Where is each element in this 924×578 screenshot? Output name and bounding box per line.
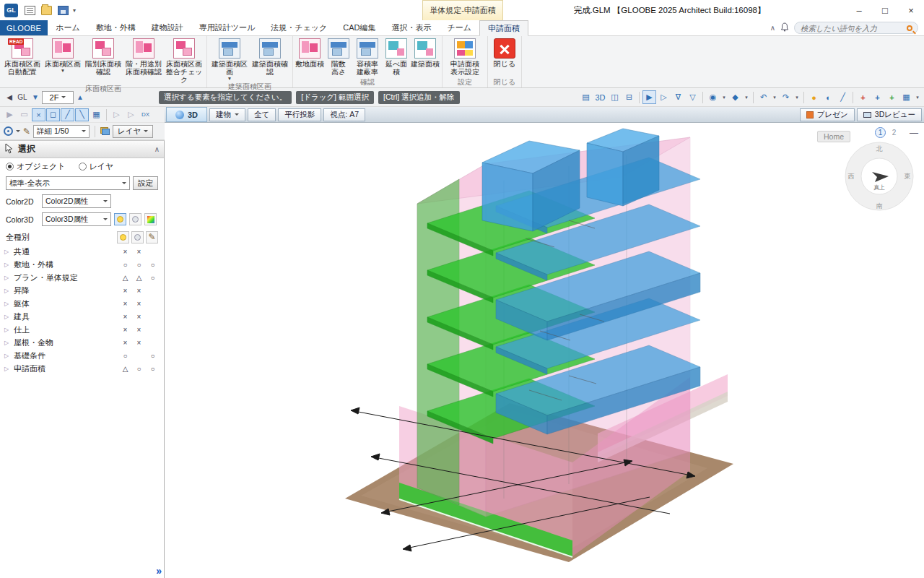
tree-expander-icon[interactable]: ▷ [4, 340, 14, 346]
tree-mark[interactable]: ○ [118, 261, 132, 269]
light-on-toggle[interactable] [114, 213, 126, 225]
tab-home[interactable]: ホーム [48, 20, 88, 35]
settings-button[interactable]: 設定 [133, 176, 158, 190]
light-off-toggle[interactable] [129, 213, 141, 225]
all-hidden-toggle[interactable] [131, 231, 144, 243]
maximize-button[interactable]: □ [872, 0, 898, 20]
tab-regulation-check[interactable]: 法規・チェック [263, 20, 335, 35]
quick-access-caret-icon[interactable]: ▾ [73, 7, 76, 14]
tree-item-frame[interactable]: ▷ 躯体 × × [0, 297, 164, 310]
select-mode-icon[interactable]: ▷ [657, 90, 671, 104]
tree-mark[interactable]: △ [132, 274, 146, 282]
tree-mark[interactable]: × [118, 248, 132, 256]
sheet-list-icon[interactable]: ▤ [579, 90, 593, 104]
viewpoint-button[interactable]: 視点: A7 [323, 108, 365, 121]
tree-expander-icon[interactable]: ▷ [4, 366, 14, 372]
floor-area-auto-place-button[interactable]: READ 床面積区画 自動配置 [2, 37, 43, 76]
select-arrow-icon[interactable]: ▶ [3, 108, 17, 121]
save-icon[interactable] [58, 6, 69, 15]
tab-building-design[interactable]: 建物設計 [144, 20, 191, 35]
move-y-icon[interactable]: + [871, 90, 884, 104]
tree-mark[interactable]: × [118, 326, 132, 334]
view-3d-icon[interactable]: 3D [593, 90, 607, 104]
line-thick-icon[interactable]: ╲ [75, 108, 89, 121]
line-thin-icon[interactable]: ╱ [61, 108, 74, 121]
tree-expander-icon[interactable]: ▷ [4, 288, 14, 294]
move-x-icon[interactable]: + [856, 90, 870, 104]
close-ribbon-mode-button[interactable]: 閉じる [490, 37, 519, 68]
tree-mark[interactable]: × [118, 287, 132, 295]
tab-team[interactable]: チーム [440, 20, 480, 35]
far-bcr-button[interactable]: 容積率 建蔽率 [353, 37, 382, 76]
tree-mark[interactable]: × [118, 339, 132, 347]
tree-mark[interactable]: × [132, 287, 146, 295]
total-floor-area-button[interactable]: 延べ面積 [382, 37, 411, 76]
tree-mark[interactable]: ○ [132, 365, 146, 373]
floor-area-by-story-button[interactable]: 階別床面積 確認 [83, 37, 123, 76]
drawing-mode-caret-icon[interactable] [16, 130, 20, 134]
layer-radio[interactable] [79, 163, 87, 171]
tree-expander-icon[interactable]: ▷ [4, 301, 14, 307]
building-area-button[interactable]: 建築面積 [411, 37, 440, 68]
all-visible-toggle[interactable] [117, 231, 129, 243]
tab-cad-edit[interactable]: CAD編集 [335, 20, 383, 35]
tree-item-roof[interactable]: ▷ 屋根・金物 × × [0, 336, 164, 349]
color2d-select[interactable]: Color2D属性 [42, 194, 111, 208]
floor-area-zone-button[interactable]: 床面積区画 ▼ [43, 37, 83, 74]
presentation-button[interactable]: プレゼン [800, 108, 855, 121]
minimize-button[interactable]: – [846, 0, 872, 20]
tree-item-plan[interactable]: ▷ プラン・単体規定 △ △ ○ [0, 271, 164, 284]
cross-select-icon[interactable]: × [32, 108, 45, 121]
tab-select-display[interactable]: 選択・表示 [384, 20, 440, 35]
projection-button[interactable]: 平行投影 [278, 108, 321, 121]
display-filter-select[interactable]: 標準-全表示 [6, 176, 130, 190]
view-compass[interactable]: 北 西 東 南 真上 [843, 140, 915, 212]
zoom-box-icon[interactable]: ◻ [46, 108, 60, 121]
tree-mark[interactable]: × [132, 326, 146, 334]
close-button[interactable]: × [898, 0, 924, 20]
review-3d-button[interactable]: 3Dレビュー [857, 108, 922, 121]
notification-bell-icon[interactable] [780, 22, 789, 33]
fence-select-icon[interactable]: ▭ [17, 108, 31, 121]
gloobe-app-button[interactable]: GLOOBE [0, 20, 48, 35]
tab-special-tools[interactable]: 専用設計ツール [191, 20, 263, 35]
grid-caret-icon[interactable]: ▾ [914, 90, 921, 104]
dropdown-caret-icon[interactable]: ▼ [227, 76, 232, 82]
split-horizontal-icon[interactable]: ⊟ [622, 90, 636, 104]
tree-item-fittings[interactable]: ▷ 建具 × × [0, 310, 164, 323]
tree-mark[interactable]: ○ [146, 352, 160, 360]
page-2-button[interactable]: 2 [889, 127, 899, 138]
tree-item-elevator[interactable]: ▷ 昇降 × × [0, 284, 164, 297]
move-z-icon[interactable]: + [885, 90, 899, 104]
tree-expander-icon[interactable]: ▷ [4, 314, 14, 320]
tree-mark[interactable]: × [118, 300, 132, 308]
undo-caret-icon[interactable]: ▾ [771, 90, 778, 104]
floor-area-consistency-check-button[interactable]: 床面積区画 整合チェック [164, 37, 204, 84]
tab-site[interactable]: 敷地・外構 [88, 20, 144, 35]
tree-mark[interactable]: ○ [146, 261, 160, 269]
layer-radio-label[interactable]: レイヤ [90, 161, 114, 172]
floor-area-by-use-button[interactable]: 階・用途別 床面積確認 [123, 37, 164, 76]
redo-caret-icon[interactable]: ▾ [793, 90, 801, 104]
story-height-button[interactable]: 階数 高さ [324, 37, 353, 76]
object-radio[interactable] [6, 163, 14, 171]
tree-mark[interactable]: ○ [146, 274, 160, 282]
building-area-zone-button[interactable]: 建築面積区画 ▼ [209, 37, 250, 82]
snap-grid-icon[interactable]: ▦ [90, 108, 103, 121]
tree-expander-icon[interactable]: ▷ [4, 327, 14, 333]
search-icon[interactable] [907, 25, 912, 31]
tree-mark[interactable]: ○ [132, 261, 146, 269]
object-radio-label[interactable]: オブジェクト [17, 161, 66, 172]
tree-mark[interactable]: × [132, 300, 146, 308]
tree-expander-icon[interactable]: ▷ [4, 249, 14, 255]
filter-funnel-icon[interactable]: ∇ [671, 90, 685, 104]
panel-expand-icon[interactable]: » [156, 565, 162, 577]
dx-by-input-icon[interactable]: DX [139, 108, 152, 121]
next-step-icon[interactable]: ▷ [124, 108, 138, 121]
undo-icon[interactable]: ↶ [757, 90, 770, 104]
app-logo[interactable]: GL [4, 4, 18, 17]
tree-expander-icon[interactable]: ▷ [4, 353, 14, 359]
site-area-button[interactable]: 敷地面積 [295, 37, 324, 68]
tree-mark[interactable]: ○ [146, 365, 160, 373]
tree-mark[interactable]: × [132, 339, 146, 347]
